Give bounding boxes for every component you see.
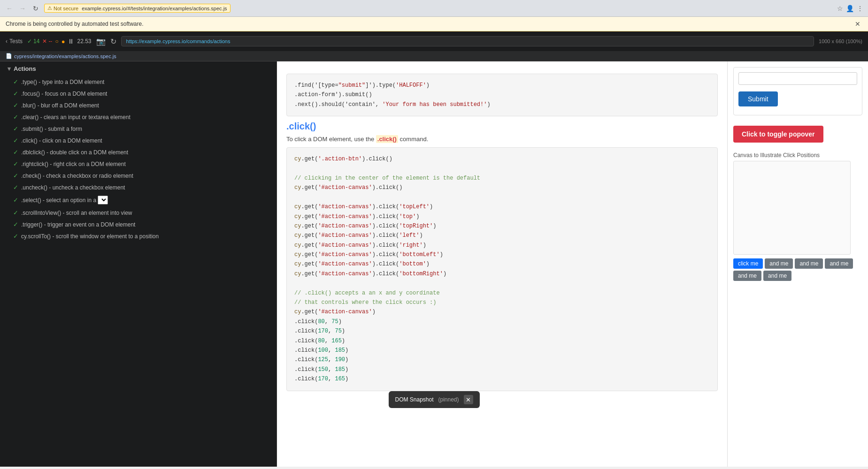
code-line: cy.get('#action-canvas').click('bottom') bbox=[294, 259, 710, 269]
test-item-label: .clear() - clears an input or textarea e… bbox=[21, 114, 131, 121]
code-line: .click(80, 75) bbox=[294, 317, 710, 326]
check-icon: ✓ bbox=[13, 78, 18, 85]
code-line: cy.get('#action-canvas').click('topRight… bbox=[294, 221, 710, 231]
test-item[interactable]: ✓.type() - type into a DOM element bbox=[0, 76, 277, 88]
preview-panel: .find('[type="submit"]').type('HALFOFF')… bbox=[277, 61, 868, 467]
runner-url-input[interactable] bbox=[121, 36, 814, 46]
test-item[interactable]: ✓.clear() - clears an input or textarea … bbox=[0, 111, 277, 123]
and-me-button[interactable]: and me bbox=[825, 258, 853, 269]
and-me-button[interactable]: and me bbox=[733, 271, 761, 281]
test-item[interactable]: ✓cy.scrollTo() - scroll the window or el… bbox=[0, 230, 277, 242]
code-line: cy.get('#action-canvas').click('left') bbox=[294, 231, 710, 240]
code-line: cy.get('#action-canvas').click('top') bbox=[294, 212, 710, 221]
code-line: .click(125, 190) bbox=[294, 355, 710, 364]
code-line: .action-form').submit() bbox=[294, 90, 710, 99]
code-line: cy.get('.action-btn').click() bbox=[294, 154, 710, 164]
code-line: .find('[type="submit"]').type('HALFOFF') bbox=[294, 81, 710, 90]
browser-chrome: ← → ↻ ⚠ Not secure example.cypress.io/#/… bbox=[0, 0, 868, 17]
and-me-button[interactable]: and me bbox=[795, 258, 823, 269]
back-button[interactable]: ← bbox=[5, 4, 14, 13]
check-icon: ✓ bbox=[13, 172, 18, 179]
test-item[interactable]: ✓.select() - select an option in a eleme… bbox=[0, 193, 277, 207]
stop-icon: ● bbox=[61, 38, 65, 45]
toggle-popover-button[interactable]: Click to toggle popover bbox=[733, 126, 823, 143]
test-item-label: .submit() - submit a form bbox=[21, 126, 82, 132]
dom-snapshot-label: DOM Snapshot bbox=[395, 396, 433, 403]
test-item[interactable]: ✓.focus() - focus on a DOM element bbox=[0, 88, 277, 99]
check-icon: ✓ bbox=[13, 197, 18, 204]
code-line: cy.get('#action-canvas').click('bottomRi… bbox=[294, 269, 710, 279]
pending-icon: ○ bbox=[55, 38, 58, 45]
code-line: .click(80, 165) bbox=[294, 336, 710, 346]
test-item[interactable]: ✓.click() - click on a DOM element bbox=[0, 135, 277, 146]
tests-link-label: Tests bbox=[9, 38, 23, 45]
automation-warning: Chrome is being controlled by automated … bbox=[0, 17, 868, 31]
test-item-label: .select() - select an option in a elemen… bbox=[21, 196, 108, 204]
account-icon: 👤 bbox=[846, 5, 854, 12]
click-buttons-row: click meand meand meand meand meand me bbox=[733, 255, 862, 285]
test-item[interactable]: ✓.blur() - blur off a DOM element bbox=[0, 99, 277, 111]
file-breadcrumb: 📄 cypress/integration/examples/actions.s… bbox=[0, 51, 868, 61]
check-icon: ✓ bbox=[13, 149, 18, 156]
code-line: // that controls where the click occurs … bbox=[294, 298, 710, 307]
bookmark-icon: ☆ bbox=[837, 5, 843, 12]
check-icon: ✓ bbox=[13, 184, 18, 191]
test-panel: ▾ Actions ✓.type() - type into a DOM ele… bbox=[0, 61, 277, 467]
app-code-area: .find('[type="submit"]').type('HALFOFF')… bbox=[277, 61, 727, 467]
and-me-button[interactable]: and me bbox=[763, 271, 791, 281]
test-item[interactable]: ✓.rightclick() - right click on a DOM el… bbox=[0, 158, 277, 170]
code-line: // .click() accepts a an x and y coordin… bbox=[294, 288, 710, 298]
code-line: .click(150, 185) bbox=[294, 365, 710, 374]
dom-snapshot-close-button[interactable]: ✕ bbox=[464, 395, 473, 404]
pending-stat: ○ bbox=[55, 38, 58, 45]
test-list: ✓.type() - type into a DOM element✓.focu… bbox=[0, 76, 277, 242]
click-me-button[interactable]: click me bbox=[733, 258, 763, 269]
check-icon: ✓ bbox=[13, 102, 18, 109]
submit-code-block: .find('[type="submit"]').type('HALFOFF')… bbox=[286, 74, 718, 116]
check-icon: ✓ bbox=[13, 113, 18, 121]
test-item-label: .rightclick() - right click on a DOM ele… bbox=[21, 161, 126, 167]
click-code-block: cy.get('.action-btn').click() // clickin… bbox=[286, 147, 718, 391]
pass-count: 14 bbox=[33, 38, 39, 45]
test-item-label: .type() - type into a DOM element bbox=[21, 79, 104, 85]
test-group-actions[interactable]: ▾ Actions bbox=[0, 61, 277, 76]
file-icon: 📄 bbox=[6, 53, 12, 59]
canvas-section: Canvas to Illustrate Click Positions bbox=[733, 152, 862, 255]
check-icon: ✓ bbox=[13, 233, 18, 240]
test-item[interactable]: ✓.dblclick() - double click on a DOM ele… bbox=[0, 146, 277, 158]
code-line: cy.get('#action-canvas').click('topLeft'… bbox=[294, 202, 710, 212]
forward-button[interactable]: → bbox=[18, 4, 27, 13]
test-item-label: .scrollIntoView() - scroll an element in… bbox=[21, 210, 132, 216]
test-item-label: .check() - check a checkbox or radio ele… bbox=[21, 173, 133, 179]
fail-count: -- bbox=[48, 38, 52, 45]
code-line: cy.get('#action-canvas').click() bbox=[294, 183, 710, 192]
test-item[interactable]: ✓.trigger() - trigger an event on a DOM … bbox=[0, 219, 277, 230]
check-icon: ✓ bbox=[13, 160, 18, 167]
click-section-desc: To click a DOM element, use the .click()… bbox=[286, 136, 718, 143]
test-item-label: cy.scrollTo() - scroll the window or ele… bbox=[21, 233, 159, 240]
form-input[interactable] bbox=[738, 72, 857, 85]
test-item-label: .uncheck() - uncheck a checkbox element bbox=[21, 184, 125, 191]
submit-widget: Submit bbox=[733, 67, 862, 115]
and-me-button[interactable]: and me bbox=[765, 258, 793, 269]
automation-close-button[interactable]: ✕ bbox=[853, 19, 862, 29]
click-canvas[interactable] bbox=[733, 161, 851, 255]
click-command-inline: .click() bbox=[376, 135, 398, 143]
test-item[interactable]: ✓.submit() - submit a form bbox=[0, 123, 277, 135]
runner-stats: ✓ 14 ✕ -- ○ ● ⏸ 22.53 bbox=[27, 38, 92, 45]
reload-button[interactable]: ↻ bbox=[31, 4, 40, 13]
test-item[interactable]: ✓.scrollIntoView() - scroll an element i… bbox=[0, 207, 277, 219]
security-badge: ⚠ Not secure example.cypress.io/#/tests/… bbox=[44, 4, 230, 13]
preview-inner: .find('[type="submit"]').type('HALFOFF')… bbox=[277, 61, 868, 467]
test-item[interactable]: ✓.uncheck() - uncheck a checkbox element bbox=[0, 182, 277, 193]
runner-reload-button[interactable]: ↻ bbox=[110, 37, 116, 46]
tests-link[interactable]: ‹ Tests bbox=[6, 38, 23, 45]
dom-snapshot-pinned: (pinned) bbox=[438, 396, 459, 403]
camera-button[interactable]: 📷 bbox=[96, 37, 106, 46]
test-item[interactable]: ✓.check() - check a checkbox or radio el… bbox=[0, 170, 277, 182]
code-line: // clicking in the center of the element… bbox=[294, 174, 710, 183]
code-line: cy.get('#action-canvas').click('bottomLe… bbox=[294, 250, 710, 259]
canvas-label: Canvas to Illustrate Click Positions bbox=[733, 152, 862, 159]
submit-button[interactable]: Submit bbox=[738, 91, 778, 106]
dimensions-display: 1000 x 660 (100%) bbox=[819, 38, 862, 44]
